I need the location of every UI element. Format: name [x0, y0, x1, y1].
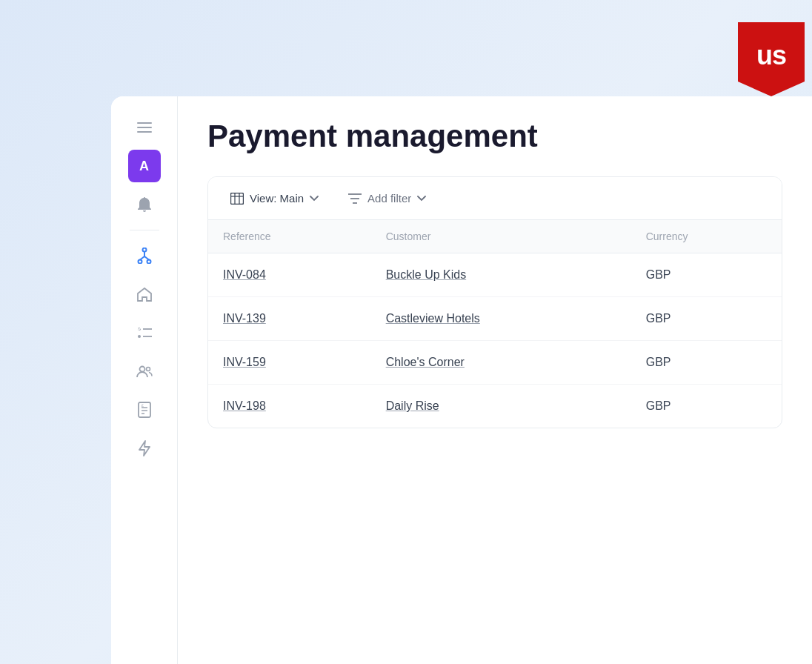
svg-rect-15	[139, 402, 150, 417]
sidebar-item-tasks[interactable]	[128, 316, 161, 349]
cell-customer[interactable]: Castleview Hotels	[371, 297, 631, 341]
view-selector[interactable]: View: Main	[223, 187, 326, 209]
table-container: View: Main Add filter	[207, 176, 782, 428]
svg-rect-0	[137, 122, 152, 124]
reference-link[interactable]: INV-159	[223, 356, 266, 368]
table-toolbar: View: Main Add filter	[208, 177, 782, 220]
svg-point-5	[147, 260, 150, 264]
cell-currency: GBP	[631, 385, 782, 428]
sidebar-item-notifications[interactable]	[128, 188, 161, 221]
sidebar: A	[111, 96, 178, 664]
sidebar-item-fork[interactable]	[128, 239, 161, 272]
sidebar-item-users[interactable]	[128, 355, 161, 388]
cell-currency: GBP	[631, 253, 782, 297]
table-row: INV-084Buckle Up KidsGBP	[208, 253, 782, 297]
bolt-icon	[139, 440, 150, 456]
home-icon	[137, 287, 152, 302]
content-area: Payment management View: Main	[178, 96, 812, 664]
sidebar-item-avatar[interactable]: A	[128, 150, 161, 182]
cell-customer[interactable]: Buckle Up Kids	[371, 253, 631, 297]
menu-icon	[137, 122, 152, 133]
col-currency: Currency	[631, 220, 782, 253]
svg-text:£: £	[142, 403, 144, 408]
cell-reference[interactable]: INV-159	[208, 341, 371, 385]
svg-point-14	[146, 368, 150, 371]
svg-point-3	[142, 248, 146, 252]
view-chevron-icon	[310, 196, 319, 202]
page-title: Payment management	[207, 119, 782, 154]
avatar-letter: A	[139, 159, 149, 174]
sidebar-item-documents[interactable]: £	[128, 394, 161, 426]
add-filter-button[interactable]: Add filter	[341, 187, 433, 209]
us-logo: us	[738, 22, 805, 96]
svg-rect-20	[231, 193, 244, 204]
cell-customer[interactable]: Chloe's Corner	[371, 341, 631, 385]
filter-label: Add filter	[367, 192, 411, 205]
sidebar-item-home[interactable]	[128, 278, 161, 311]
cell-currency: GBP	[631, 297, 782, 341]
svg-rect-2	[137, 131, 152, 133]
table-row: INV-159Chloe's CornerGBP	[208, 341, 782, 385]
svg-point-13	[139, 367, 144, 372]
customer-link[interactable]: Castleview Hotels	[386, 312, 480, 325]
svg-line-7	[140, 256, 144, 260]
svg-line-8	[144, 256, 149, 260]
filter-icon	[348, 193, 362, 204]
cell-reference[interactable]: INV-084	[208, 253, 371, 297]
bell-icon	[138, 197, 151, 212]
table-row: INV-198Daily RiseGBP	[208, 385, 782, 428]
svg-rect-1	[137, 127, 152, 128]
document-icon: £	[138, 402, 151, 418]
fork-icon	[137, 248, 152, 264]
main-container: A	[111, 96, 812, 664]
sidebar-item-menu[interactable]	[128, 111, 161, 144]
tasks-icon	[137, 326, 152, 339]
svg-point-11	[138, 335, 141, 338]
table-header: Reference Customer Currency	[208, 220, 782, 253]
table-row: INV-139Castleview HotelsGBP	[208, 297, 782, 341]
us-logo-text: us	[756, 40, 786, 71]
table-icon	[230, 193, 244, 205]
users-icon	[136, 365, 153, 377]
payments-table: Reference Customer Currency INV-084Buckl…	[208, 220, 782, 428]
reference-link[interactable]: INV-139	[223, 312, 266, 325]
col-reference: Reference	[208, 220, 371, 253]
sidebar-item-automations[interactable]	[128, 432, 161, 465]
sidebar-divider-1	[130, 230, 159, 230]
cell-currency: GBP	[631, 341, 782, 385]
col-customer: Customer	[371, 220, 631, 253]
reference-link[interactable]: INV-198	[223, 399, 266, 412]
view-label: View: Main	[250, 192, 304, 205]
svg-point-4	[138, 260, 142, 264]
customer-link[interactable]: Daily Rise	[386, 399, 439, 412]
customer-link[interactable]: Buckle Up Kids	[386, 268, 467, 281]
customer-link[interactable]: Chloe's Corner	[386, 356, 465, 368]
cell-customer[interactable]: Daily Rise	[371, 385, 631, 428]
table-header-row: Reference Customer Currency	[208, 220, 782, 253]
table-body: INV-084Buckle Up KidsGBPINV-139Castlevie…	[208, 253, 782, 428]
filter-chevron-icon	[417, 196, 426, 202]
cell-reference[interactable]: INV-198	[208, 385, 371, 428]
reference-link[interactable]: INV-084	[223, 268, 266, 281]
cell-reference[interactable]: INV-139	[208, 297, 371, 341]
